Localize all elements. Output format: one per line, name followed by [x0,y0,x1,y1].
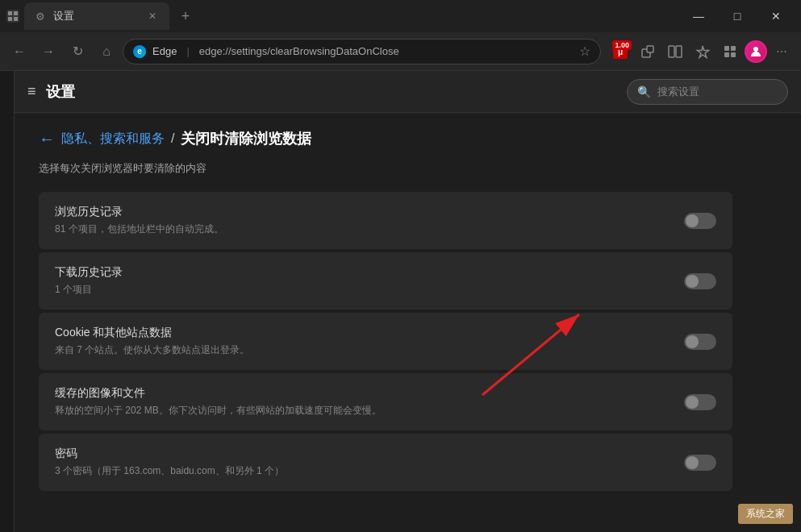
svg-rect-9 [676,46,682,57]
settings-list: 浏览历史记录 81 个项目，包括地址栏中的自动完成。 下载历史记录 1 个项目 [39,192,732,494]
collections-icon[interactable] [717,39,743,64]
close-button[interactable]: ✕ [757,3,795,29]
search-icon: 🔍 [637,85,651,98]
settings-page-title: 设置 [46,82,75,102]
navbar: ← → ↻ ⌂ e Edge | edge://settings/clearBr… [0,32,801,71]
edge-logo: e [133,45,146,58]
titlebar-left: ⚙ 设置 ✕ + [6,2,197,30]
toolbar-icons: μ 1.00 ··· [607,39,795,64]
setting-item-cookies: Cookie 和其他站点数据 来自 7 个站点。使你从大多数站点退出登录。 [39,313,732,370]
address-separator: | [186,45,189,57]
svg-rect-13 [731,52,736,57]
refresh-button[interactable]: ↻ [65,39,90,64]
toggle-cookies[interactable] [684,334,716,350]
search-box[interactable]: 🔍 搜索设置 [627,79,788,105]
svg-rect-10 [724,46,729,51]
maximize-button[interactable]: □ [719,3,756,29]
titlebar: ⚙ 设置 ✕ + — □ ✕ [0,0,801,32]
new-tab-button[interactable]: + [174,5,197,27]
setting-info-cookies: Cookie 和其他站点数据 来自 7 个站点。使你从大多数站点退出登录。 [55,326,684,357]
split-view-icon[interactable] [662,39,688,64]
setting-desc-download-history: 1 个项目 [55,283,684,297]
setting-info-passwords: 密码 3 个密码（用于 163.com、baidu.com、和另外 1 个） [55,447,684,478]
setting-item-passwords: 密码 3 个密码（用于 163.com、baidu.com、和另外 1 个） [39,434,732,491]
content-area: ← 隐私、搜索和服务 / 关闭时清除浏览数据 选择每次关闭浏览器时要清除的内容 … [15,113,801,510]
svg-rect-11 [731,46,736,51]
settings-tab[interactable]: ⚙ 设置 ✕ [24,2,169,30]
svg-rect-8 [669,46,674,57]
minimize-button[interactable]: — [680,3,717,29]
setting-desc-cache: 释放的空间小于 202 MB。你下次访问时，有些网站的加载速度可能会变慢。 [55,404,684,418]
setting-info-download-history: 下载历史记录 1 个项目 [55,265,684,297]
setting-item-browsing-history: 浏览历史记录 81 个项目，包括地址栏中的自动完成。 [39,192,732,249]
setting-item-download-history: 下载历史记录 1 个项目 [39,252,732,310]
setting-info-browsing-history: 浏览历史记录 81 个项目，包括地址栏中的自动完成。 [55,205,684,236]
toggle-passwords[interactable] [684,455,716,471]
bookmark-icon[interactable]: ☆ [579,44,590,59]
toggle-download-history[interactable] [684,273,716,289]
hamburger-icon[interactable]: ≡ [27,83,36,100]
extensions-icon[interactable] [635,39,661,64]
breadcrumb: ← 隐私、搜索和服务 / 关闭时清除浏览数据 [39,129,777,148]
setting-desc-cookies: 来自 7 个站点。使你从大多数站点退出登录。 [55,343,684,357]
toggle-cache[interactable] [684,394,716,410]
toggle-browsing-history[interactable] [684,213,716,229]
tab-title: 设置 [53,9,139,23]
ublock-count: 1.00 [612,40,632,50]
setting-title-passwords: 密码 [55,447,684,461]
svg-rect-1 [14,11,18,15]
breadcrumb-current: 关闭时清除浏览数据 [181,129,311,148]
svg-point-14 [753,47,758,52]
favorites-icon[interactable] [690,39,715,64]
setting-title-download-history: 下载历史记录 [55,265,684,280]
address-bar[interactable]: e Edge | edge://settings/clearBrowsingDa… [123,39,601,64]
svg-rect-3 [14,17,18,21]
settings-header: ≡ 设置 🔍 搜索设置 [15,71,801,113]
edge-label: Edge [152,45,177,57]
more-options-icon[interactable]: ··· [769,39,795,64]
page-subtitle: 选择每次关闭浏览器时要清除的内容 [39,161,777,176]
svg-rect-12 [724,52,729,57]
setting-info-cache: 缓存的图像和文件 释放的空间小于 202 MB。你下次访问时，有些网站的加载速度… [55,386,684,418]
svg-rect-0 [8,11,12,15]
setting-desc-passwords: 3 个密码（用于 163.com、baidu.com、和另外 1 个） [55,464,684,478]
back-button[interactable]: ← [6,39,32,64]
breadcrumb-parent-link[interactable]: 隐私、搜索和服务 [61,131,165,148]
ublock-icon[interactable]: μ 1.00 [607,39,633,64]
setting-desc-browsing-history: 81 个项目，包括地址栏中的自动完成。 [55,222,684,236]
forward-button[interactable]: → [35,39,61,64]
watermark: 系统之家 [738,504,793,524]
window-controls: — □ ✕ [680,3,795,29]
back-to-parent-button[interactable]: ← [39,130,55,148]
window-icon [6,10,19,23]
main-content: ≡ 设置 🔍 搜索设置 ← 隐私、搜索和服务 / [15,71,801,532]
setting-title-cache: 缓存的图像和文件 [55,386,684,401]
home-button[interactable]: ⌂ [94,39,119,64]
settings-wrapper: ≡ 设置 🔍 搜索设置 ← 隐私、搜索和服务 / [0,71,801,532]
breadcrumb-separator: / [171,131,174,146]
tab-settings-icon: ⚙ [34,10,47,23]
setting-item-cache: 缓存的图像和文件 释放的空间小于 202 MB。你下次访问时，有些网站的加载速度… [39,373,732,430]
svg-rect-2 [8,17,12,21]
profile-icon[interactable] [745,40,767,63]
setting-title-cookies: Cookie 和其他站点数据 [55,326,684,340]
setting-title-browsing-history: 浏览历史记录 [55,205,684,219]
address-url: edge://settings/clearBrowsingDataOnClose [199,45,399,57]
svg-rect-7 [647,46,653,52]
search-placeholder: 搜索设置 [657,85,699,99]
tab-close-button[interactable]: ✕ [145,9,160,23]
sidebar [0,71,15,532]
